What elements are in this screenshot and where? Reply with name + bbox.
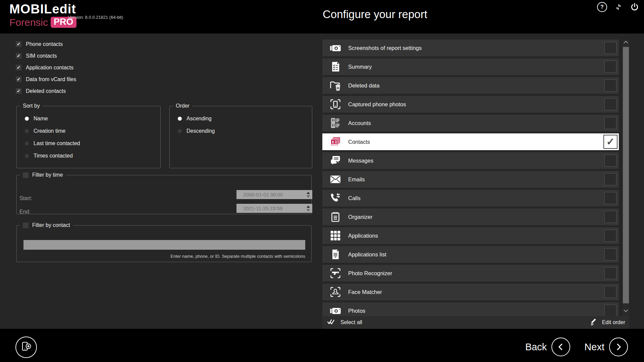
section-checkbox-messages[interactable]: [604, 155, 616, 167]
section-label-accounts: Accounts: [348, 120, 371, 126]
section-checkbox-organizer[interactable]: [604, 211, 616, 223]
spin-down-icon[interactable]: [307, 209, 310, 212]
help-icon[interactable]: ?: [597, 2, 607, 12]
select-all-label: Select all: [340, 319, 362, 325]
report-section-row-screenshots-of-report-settings[interactable]: Screenshots of report settings: [322, 40, 619, 56]
report-section-row-organizer[interactable]: Organizer: [322, 208, 619, 225]
contact-filter-hint: Enter name, phone, or ID. Separate multi…: [170, 254, 305, 259]
section-label-emails: Emails: [348, 176, 365, 183]
summary-checklist-icon: [329, 61, 341, 73]
data-source-item-deleted-contacts[interactable]: ✓Deleted contacts: [16, 85, 76, 97]
data-source-item-sim-contacts[interactable]: ✓SIM contacts: [16, 50, 76, 62]
section-checkbox-calls[interactable]: [604, 192, 616, 204]
order-option-descending[interactable]: Descending: [178, 125, 312, 137]
data-source-item-application-contacts[interactable]: ✓Application contacts: [16, 62, 76, 73]
logo-forensic: Forensic: [9, 17, 48, 27]
filter-by-contact-checkbox[interactable]: [23, 223, 29, 228]
section-checkbox-contacts[interactable]: ✓: [603, 135, 618, 149]
radio-descending[interactable]: [178, 129, 182, 133]
radio-ascending[interactable]: [178, 117, 182, 121]
section-label-deleted-data: Deleted data: [348, 82, 380, 89]
sort-by-option-creation-time[interactable]: Creation time: [25, 125, 160, 137]
logo-mobiledit: MOBILedit: [9, 3, 76, 15]
radio-name[interactable]: [25, 117, 29, 121]
checkbox-application-contacts[interactable]: ✓: [16, 65, 21, 70]
start-datetime-value: 2000-01-01 00:00: [243, 192, 283, 197]
data-source-item-phone-contacts[interactable]: ✓Phone contacts: [16, 38, 76, 50]
resize-icon[interactable]: [614, 3, 623, 11]
spin-up-icon[interactable]: [307, 192, 310, 194]
spin-down-icon[interactable]: [307, 195, 310, 198]
radio-times-contacted[interactable]: [25, 154, 29, 158]
photo-recognizer-icon: [329, 267, 341, 279]
sections-toolbar: Select all Edit order: [322, 316, 629, 329]
section-checkbox-deleted-data[interactable]: [604, 79, 616, 92]
section-checkbox-applications[interactable]: [604, 230, 616, 242]
scrollbar-thumb[interactable]: [623, 47, 629, 303]
scroll-up-icon[interactable]: [623, 40, 629, 45]
section-label-messages: Messages: [348, 158, 373, 164]
end-datetime-input[interactable]: 2021-11-25 23:59: [236, 204, 304, 213]
checkbox-phone-contacts[interactable]: ✓: [16, 41, 21, 47]
section-checkbox-captured-phone-photos[interactable]: [604, 98, 616, 110]
sort-by-option-times-contacted[interactable]: Times contacted: [25, 149, 160, 162]
applications-list-icon: [329, 248, 341, 260]
report-section-row-photo-recognizer[interactable]: Photo Recognizer: [322, 265, 619, 282]
spin-up-icon[interactable]: [307, 205, 310, 208]
report-section-row-messages[interactable]: Messages: [322, 152, 619, 169]
select-all-button[interactable]: Select all: [326, 317, 362, 327]
start-datetime-input[interactable]: 2000-01-01 00:00: [236, 190, 304, 199]
footer-bar: Back Next: [0, 329, 644, 362]
order-option-ascending[interactable]: Ascending: [178, 112, 312, 125]
report-section-row-face-matcher[interactable]: Face Matcher: [322, 284, 619, 300]
section-label-organizer: Organizer: [348, 214, 372, 220]
report-section-row-accounts[interactable]: Accounts: [322, 115, 619, 131]
label-data-from-vcard-files: Data from vCard files: [26, 76, 76, 82]
checkbox-sim-contacts[interactable]: ✓: [16, 53, 21, 59]
edit-order-button[interactable]: Edit order: [589, 318, 625, 327]
scrollbar[interactable]: [623, 40, 629, 316]
report-section-row-contacts[interactable]: Contacts✓: [322, 133, 619, 150]
section-checkbox-accounts[interactable]: [604, 117, 616, 129]
sort-by-option-name[interactable]: Name: [25, 112, 160, 125]
label-application-contacts: Application contacts: [26, 65, 73, 71]
next-button[interactable]: [609, 338, 628, 356]
power-icon[interactable]: [630, 2, 639, 12]
filter-by-time-checkbox[interactable]: [23, 172, 29, 178]
camera-icon: [329, 42, 341, 54]
report-section-row-deleted-data[interactable]: Deleted data: [322, 77, 619, 94]
face-matcher-icon: [329, 286, 341, 298]
sort-by-option-last-time-contacted[interactable]: Last time contacted: [25, 137, 160, 149]
report-section-row-calls[interactable]: Calls: [322, 190, 619, 206]
data-source-item-data-from-vcard-files[interactable]: ✓Data from vCard files: [16, 73, 76, 85]
email-icon: [329, 173, 341, 185]
radio-creation-time[interactable]: [25, 129, 29, 133]
contact-filter-input[interactable]: [23, 240, 305, 250]
section-checkbox-photo-recognizer[interactable]: [604, 267, 616, 279]
report-section-row-emails[interactable]: Emails: [322, 171, 619, 188]
report-section-row-applications-list[interactable]: Applications list: [322, 246, 619, 263]
report-section-row-photos[interactable]: Photos: [322, 302, 619, 316]
section-checkbox-summary[interactable]: [604, 61, 616, 73]
section-checkbox-screenshots-of-report-settings[interactable]: [604, 42, 616, 54]
add-phone-icon: [19, 340, 33, 355]
label-phone-contacts: Phone contacts: [26, 41, 63, 47]
section-checkbox-face-matcher[interactable]: [604, 286, 616, 298]
section-checkbox-photos[interactable]: [604, 305, 616, 316]
filter-by-time-group: Filter by time Start: 2000-01-01 00:00 E…: [16, 172, 312, 214]
scroll-down-icon[interactable]: [623, 308, 629, 313]
add-phone-button[interactable]: [15, 337, 37, 358]
contacts-icon: [329, 136, 341, 148]
start-datetime-spinner[interactable]: [304, 190, 312, 199]
section-checkbox-applications-list[interactable]: [604, 248, 616, 260]
window-controls: ?: [597, 2, 639, 12]
end-datetime-spinner[interactable]: [304, 204, 312, 213]
back-button[interactable]: [551, 338, 570, 356]
report-section-row-summary[interactable]: Summary: [322, 58, 619, 75]
checkbox-deleted-contacts[interactable]: ✓: [16, 88, 21, 94]
report-section-row-applications[interactable]: Applications: [322, 227, 619, 244]
section-checkbox-emails[interactable]: [604, 173, 616, 185]
report-section-row-captured-phone-photos[interactable]: Captured phone photos: [322, 96, 619, 113]
radio-last-time-contacted[interactable]: [25, 141, 29, 145]
checkbox-data-from-vcard-files[interactable]: ✓: [16, 76, 21, 82]
